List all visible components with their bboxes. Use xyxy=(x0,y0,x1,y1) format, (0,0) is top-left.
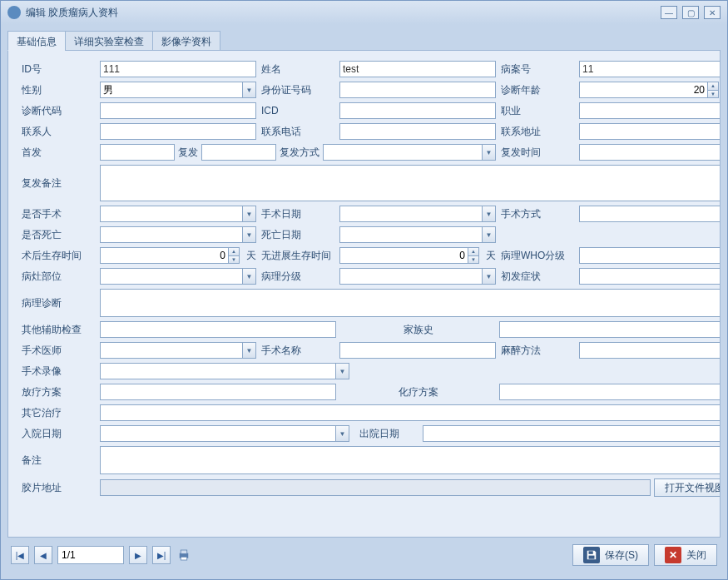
window-title: 编辑 胶质瘤病人资料 xyxy=(26,6,656,20)
chevron-down-icon[interactable]: ▼ xyxy=(242,206,255,221)
tab-basic-info[interactable]: 基础信息 xyxy=(7,31,66,51)
discharge-date-combo[interactable]: ▼ xyxy=(423,425,721,442)
film-addr-field[interactable] xyxy=(100,479,651,496)
label-chemo: 化疗方案 xyxy=(339,385,496,399)
recur-mode-combo[interactable]: ▼ xyxy=(323,144,496,161)
open-file-view-button[interactable]: 打开文件视图 xyxy=(654,478,721,497)
first-sym-combo[interactable]: ▼ xyxy=(579,268,721,285)
last-page-button[interactable]: ▶| xyxy=(152,546,171,564)
chevron-down-icon[interactable]: ▼ xyxy=(482,227,495,242)
chemo-field[interactable] xyxy=(499,384,721,400)
label-postop-surv: 术后生存时间 xyxy=(20,249,97,263)
first-page-button[interactable]: |◀ xyxy=(11,546,29,564)
close-window-button[interactable]: ✕ xyxy=(704,6,721,19)
occupation-combo[interactable]: ▼ xyxy=(579,102,721,119)
surg-date-combo[interactable]: ▼ xyxy=(339,206,496,222)
recur-time-combo[interactable]: ▼ xyxy=(579,144,721,161)
addr-field[interactable] xyxy=(579,123,721,140)
path-grade-combo[interactable]: ▼ xyxy=(339,268,496,285)
phone-field[interactable] xyxy=(339,123,496,140)
chevron-down-icon[interactable]: ▼ xyxy=(482,269,495,284)
svg-rect-1 xyxy=(181,550,187,554)
spin-down-icon[interactable]: ▼ xyxy=(228,255,240,265)
label-sex: 性别 xyxy=(20,83,97,97)
recur-note-field[interactable] xyxy=(100,165,721,201)
label-caseno: 病案号 xyxy=(499,62,576,77)
who-combo[interactable]: ▼ xyxy=(579,247,721,264)
spin-down-icon[interactable]: ▼ xyxy=(468,255,479,265)
surgery-combo[interactable]: ▼ xyxy=(100,206,256,222)
chevron-down-icon[interactable]: ▼ xyxy=(482,206,495,221)
death-combo[interactable]: ▼ xyxy=(100,226,256,243)
surg-name-field[interactable] xyxy=(339,342,496,359)
open-file-view-label: 打开文件视图 xyxy=(665,481,721,495)
save-button[interactable]: 保存(S) xyxy=(572,544,649,566)
spin-down-icon[interactable]: ▼ xyxy=(707,90,719,99)
svg-rect-4 xyxy=(589,556,595,559)
page-indicator[interactable] xyxy=(57,546,124,564)
chevron-down-icon[interactable]: ▼ xyxy=(242,227,255,242)
days-unit: 天 xyxy=(243,249,256,263)
window: 编辑 胶质瘤病人资料 — ▢ ✕ 基础信息 详细实验室检查 影像学资料 ID号 … xyxy=(0,0,728,580)
path-diag-field[interactable] xyxy=(100,289,721,317)
death-date-combo[interactable]: ▼ xyxy=(339,226,496,243)
label-remark: 备注 xyxy=(20,454,97,468)
caseno-field[interactable] xyxy=(579,61,721,77)
label-lesion: 病灶部位 xyxy=(20,270,97,284)
label-radio: 放疗方案 xyxy=(20,385,97,399)
minimize-button[interactable]: — xyxy=(661,6,677,19)
tab-imaging[interactable]: 影像学资料 xyxy=(152,31,220,51)
print-icon[interactable] xyxy=(176,548,192,563)
diag-age-stepper[interactable]: ▲▼ xyxy=(579,82,719,98)
label-who: 病理WHO分级 xyxy=(499,249,576,263)
fam-hist-field[interactable] xyxy=(499,321,721,338)
form: ID号 姓名 病案号 性别 ▼ 身份证号码 诊断年龄 ▲▼ 岁 xyxy=(20,61,708,497)
other-exam-field[interactable] xyxy=(100,321,336,338)
pfs-stepper[interactable]: ▲▼ xyxy=(339,247,479,264)
chevron-down-icon[interactable]: ▼ xyxy=(242,269,255,284)
id-field[interactable] xyxy=(100,61,256,77)
radio-field[interactable] xyxy=(100,384,336,400)
label-admit: 入院日期 xyxy=(20,427,97,441)
remark-field[interactable] xyxy=(100,446,721,474)
chevron-down-icon[interactable]: ▼ xyxy=(482,145,495,160)
chevron-down-icon[interactable]: ▼ xyxy=(242,343,255,358)
label-occupation: 职业 xyxy=(499,104,576,118)
recur-combo[interactable]: ▼ xyxy=(201,144,276,161)
chevron-down-icon[interactable]: ▼ xyxy=(335,364,349,379)
tab-lab-exam[interactable]: 详细实验室检查 xyxy=(65,31,153,51)
footer: |◀ ◀ ▶ ▶| 保存(S) ✕ 关闭 xyxy=(7,538,721,573)
anesth-field[interactable] xyxy=(579,342,721,359)
label-surgeon: 手术医师 xyxy=(20,344,97,358)
sex-combo[interactable]: ▼ xyxy=(100,82,256,98)
admit-date-combo[interactable]: ▼ xyxy=(100,425,349,442)
next-page-button[interactable]: ▶ xyxy=(129,546,147,564)
label-pfs: 无进展生存时间 xyxy=(260,249,336,263)
chevron-down-icon[interactable]: ▼ xyxy=(242,82,255,97)
contact-field[interactable] xyxy=(100,123,256,140)
spin-up-icon[interactable]: ▲ xyxy=(707,82,719,90)
first-combo[interactable]: ▼ xyxy=(100,144,175,161)
other-tx-field[interactable] xyxy=(100,404,721,421)
lesion-combo[interactable]: ▼ xyxy=(100,268,256,285)
label-phone: 联系电话 xyxy=(260,125,336,139)
label-other-tx: 其它治疗 xyxy=(20,406,97,420)
surgeon-combo[interactable]: ▼ xyxy=(100,342,256,359)
name-field[interactable] xyxy=(339,61,496,77)
diag-code-field[interactable] xyxy=(100,102,256,119)
maximize-button[interactable]: ▢ xyxy=(682,6,699,19)
label-death-date: 死亡日期 xyxy=(260,228,336,242)
prev-page-button[interactable]: ◀ xyxy=(34,546,52,564)
spin-up-icon[interactable]: ▲ xyxy=(468,247,479,255)
idcard-field[interactable] xyxy=(339,82,496,98)
close-button[interactable]: ✕ 关闭 xyxy=(654,544,717,566)
chevron-down-icon[interactable]: ▼ xyxy=(335,426,349,441)
surg-mode-combo[interactable]: ▼ xyxy=(579,206,721,222)
svg-rect-2 xyxy=(181,557,187,560)
postop-surv-stepper[interactable]: ▲▼ xyxy=(100,247,240,264)
surg-video-combo[interactable]: ▼ xyxy=(100,363,349,379)
label-surgery: 是否手术 xyxy=(20,207,97,221)
spin-up-icon[interactable]: ▲ xyxy=(228,247,240,255)
titlebar: 编辑 胶质瘤病人资料 — ▢ ✕ xyxy=(1,1,727,24)
icd-field[interactable] xyxy=(339,102,496,119)
